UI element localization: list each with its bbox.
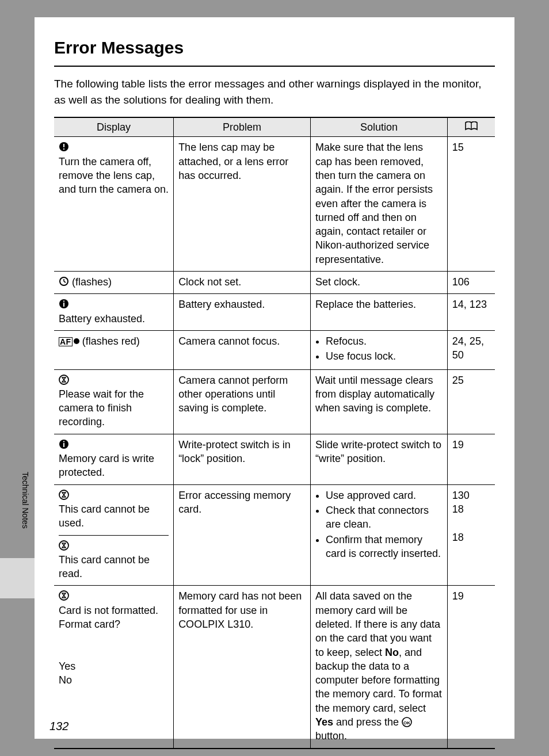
reference-cell: 25 [447, 369, 495, 434]
reference-cell: 19 [447, 586, 495, 749]
page-title: Error Messages [54, 38, 495, 58]
svg-rect-14 [63, 441, 64, 442]
problem-cell: Camera cannot perform other operations u… [174, 369, 311, 434]
svg-rect-2 [63, 144, 64, 147]
error-table: Display Problem Solution Turn the camera… [54, 117, 495, 749]
table-row: Memory card is write protected.Write-pro… [54, 434, 495, 484]
header-display: Display [54, 117, 174, 137]
solution-cell: Wait until message clears from display a… [310, 369, 447, 434]
solution-cell: Use approved card.Check that connectors … [310, 484, 447, 586]
reference-cell: 106 [447, 272, 495, 294]
solution-cell: Replace the batteries. [310, 294, 447, 331]
intro-paragraph: The following table lists the error mess… [54, 76, 495, 108]
solution-cell: Slide write-protect switch to “write” po… [310, 434, 447, 484]
solution-cell: Refocus.Use focus lock. [310, 330, 447, 369]
problem-cell: Battery exhausted. [174, 294, 311, 331]
header-reference [447, 117, 495, 137]
table-row: (flashes)Clock not set.Set clock.106 [54, 272, 495, 294]
display-cell: Memory card is write protected. [54, 434, 174, 484]
problem-cell: Error accessing memory card. [174, 484, 311, 586]
display-cell: Turn the camera off, remove the lens cap… [54, 137, 174, 272]
problem-cell: Camera cannot focus. [174, 330, 311, 369]
table-row: AF (flashes red)Camera cannot focus.Refo… [54, 330, 495, 369]
svg-rect-9 [63, 303, 64, 307]
problem-cell: The lens cap may be attached, or a lens … [174, 137, 311, 272]
problem-cell: Clock not set. [174, 272, 311, 294]
page-number: 132 [49, 720, 68, 733]
table-row: Card is not formatted. Format card?YesNo… [54, 586, 495, 749]
display-cell: Card is not formatted. Format card?YesNo [54, 586, 174, 749]
header-problem: Problem [174, 117, 311, 137]
table-row: Please wait for the camera to finish rec… [54, 369, 495, 434]
page-body: Error Messages The following table lists… [35, 17, 514, 739]
display-cell: Please wait for the camera to finish rec… [54, 369, 174, 434]
header-solution: Solution [310, 117, 447, 137]
table-header-row: Display Problem Solution [54, 117, 495, 137]
solution-cell: All data saved on the memory card will b… [310, 586, 447, 749]
problem-cell: Write-protect switch is in “lock” positi… [174, 434, 311, 484]
svg-rect-13 [63, 443, 64, 447]
display-cell: Battery exhausted. [54, 294, 174, 331]
display-cell: This card cannot be used.This card canno… [54, 484, 174, 586]
svg-text:OK: OK [403, 720, 410, 726]
reference-cell: 14, 123 [447, 294, 495, 331]
table-row: Battery exhausted.Battery exhausted.Repl… [54, 294, 495, 331]
section-side-label: Technical Notes [21, 472, 30, 529]
book-icon [464, 121, 478, 131]
solution-cell: Set clock. [310, 272, 447, 294]
table-row: Turn the camera off, remove the lens cap… [54, 137, 495, 272]
svg-rect-3 [63, 148, 64, 150]
reference-cell: 19 [447, 434, 495, 484]
reference-cell: 24, 25, 50 [447, 330, 495, 369]
solution-cell: Make sure that the lens cap has been rem… [310, 137, 447, 272]
table-row: This card cannot be used.This card canno… [54, 484, 495, 586]
reference-cell: 13018 18 [447, 484, 495, 586]
display-cell: (flashes) [54, 272, 174, 294]
title-rule [54, 66, 495, 67]
svg-rect-10 [63, 301, 64, 302]
problem-cell: Memory card has not been formatted for u… [174, 586, 311, 749]
reference-cell: 15 [447, 137, 495, 272]
display-cell: AF (flashes red) [54, 330, 174, 369]
section-tab [0, 558, 35, 598]
